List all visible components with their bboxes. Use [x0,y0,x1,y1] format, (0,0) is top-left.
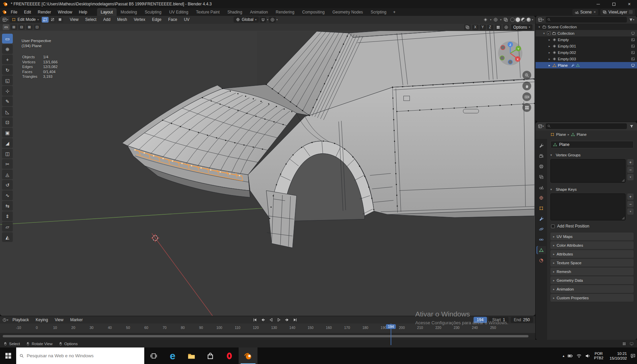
viewport-menu-face[interactable]: Face [165,17,180,23]
exclude-checkbox-icon[interactable] [631,31,635,35]
outliner-row-empty-001[interactable]: ▸ Empty.001 [536,43,637,49]
tab-output[interactable] [537,162,546,171]
tool-smooth[interactable]: ∿ [2,190,13,200]
viewport-menu-add[interactable]: Add [100,17,113,23]
add-rest-position-checkbox[interactable] [551,224,555,228]
properties-search[interactable] [546,123,627,129]
pan-button[interactable] [522,82,531,90]
select-mode-option-3[interactable]: ⊠ [26,24,33,30]
edge-select-button[interactable] [49,17,56,23]
viewport-canvas[interactable] [0,31,535,316]
notification-center-icon[interactable] [630,353,636,359]
outliner-search[interactable] [546,17,627,23]
tab-render[interactable] [537,152,546,160]
next-keyframe-button[interactable] [283,317,291,323]
workspace-tab-scripting[interactable]: Scripting [367,8,390,16]
workspace-tab-shading[interactable]: Shading [224,8,246,16]
breadcrumb-data[interactable]: Plane [577,132,586,136]
image-icon[interactable] [631,44,635,48]
overlays-toggle[interactable] [492,17,499,23]
tool-rotate[interactable]: ↻ [2,65,13,75]
tool-rip-region[interactable]: ◭ [2,232,13,242]
camera-view-button[interactable] [522,92,531,101]
xray-toggle[interactable] [503,17,509,23]
blender-menu-icon[interactable] [2,9,7,14]
tab-modifiers[interactable] [537,215,546,223]
network-icon[interactable] [576,353,582,359]
transform-orientation-dropdown[interactable]: Global ▾ [234,17,259,23]
tool-edge-slide[interactable]: ⇆ [2,201,13,211]
snap-toggle[interactable] [260,17,266,23]
timeline-menu-keying[interactable]: Keying [33,317,51,323]
image-icon[interactable] [631,57,635,61]
add-workspace-button[interactable]: + [391,8,398,16]
start-button[interactable] [0,347,16,364]
opera-app-button[interactable] [220,347,239,364]
mirror-axis-z[interactable]: Z [487,25,493,30]
filter-icon[interactable]: ▾ [628,17,635,23]
prop-section-animation[interactable]: ▸Animation [550,285,634,293]
menu-window[interactable]: Window [55,9,75,15]
snap-dropdown-caret[interactable]: ▾ [267,18,268,21]
prop-section-texture-space[interactable]: ▸Texture Space [550,259,634,267]
timeline-menu-marker[interactable]: Marker [67,317,86,323]
vertex-groups-list[interactable] [550,159,626,183]
prop-section-custom-properties[interactable]: ▸Custom Properties [550,294,634,302]
tab-constraints[interactable] [537,236,546,244]
menu-file[interactable]: File [8,9,20,15]
prop-section-uv-maps[interactable]: ▸UV Maps [550,233,634,240]
tool-shear[interactable]: ▱ [2,222,13,232]
face-select-button[interactable] [57,17,63,23]
breadcrumb-object[interactable]: Plane [556,132,566,136]
menu-edit[interactable]: Edit [21,9,34,15]
remove-shape-key-button[interactable]: − [627,201,634,207]
select-mode-option-4[interactable]: ⊡ [34,24,40,30]
tool-transform[interactable]: ⊹ [2,86,13,96]
shape-key-specials-button[interactable]: ▾ [627,208,634,215]
viewport-menu-view[interactable]: View [67,17,82,23]
tab-physics[interactable] [537,225,546,233]
tool-knife[interactable]: ✂ [2,159,13,169]
toggle-perspective-button[interactable] [522,103,531,112]
options-dropdown[interactable]: Options ▾ [511,24,533,30]
editor-type-icon[interactable]: ▾ [2,17,9,23]
show-gizmo-toggle[interactable] [482,17,489,23]
tab-object-data[interactable] [537,246,546,254]
correct-face-icon[interactable] [503,24,510,30]
current-frame-field[interactable]: 194 [474,317,487,323]
add-shape-key-button[interactable]: + [627,193,634,200]
remove-vertex-group-button[interactable]: − [627,166,634,173]
language-indicator[interactable]: POR PTB2 [594,352,603,360]
snap-base-icon[interactable] [495,24,502,30]
outliner-row-collection[interactable]: ▾ ✓ Collection [536,30,637,36]
zoom-button[interactable] [522,71,531,80]
proportional-editing-toggle[interactable] [269,17,276,23]
tab-tool[interactable] [537,142,546,150]
tab-view-layer[interactable] [537,173,546,181]
tool-move[interactable]: + [2,55,13,64]
properties-editor-type-icon[interactable]: ▾ [538,123,544,129]
workspace-tab-animation[interactable]: Animation [246,8,272,16]
tab-scene[interactable] [537,183,546,191]
tool-scale[interactable]: ◱ [2,75,13,85]
prop-section-remesh[interactable]: ▸Remesh [550,268,634,275]
workspace-tab-compositing[interactable]: Compositing [298,8,328,16]
properties-filter-icon[interactable] [628,123,635,129]
image-icon[interactable] [631,51,635,55]
outliner-search-input[interactable] [552,18,625,22]
shape-keys-list[interactable] [550,193,626,220]
viewport-menu-select[interactable]: Select [82,17,99,23]
overlays-caret[interactable]: ▾ [500,18,502,21]
jump-to-end-button[interactable] [292,317,299,323]
gizmo-caret[interactable]: ▾ [490,18,491,21]
datablock-name-field[interactable]: Plane [550,141,634,148]
navigation-gizmo[interactable]: Z Y X [497,40,523,66]
previous-keyframe-button[interactable] [259,317,267,323]
file-explorer-button[interactable] [182,347,201,364]
timeline-editor-type-icon[interactable]: ▾ [2,317,9,323]
viewlayer-selector[interactable]: ViewLayer [600,9,635,15]
menu-render[interactable]: Render [35,9,54,15]
vertex-select-button[interactable] [42,17,49,23]
hidden-icons-caret[interactable]: ▴ [563,354,564,358]
scene-selector[interactable]: Scene ✕ [572,9,599,15]
